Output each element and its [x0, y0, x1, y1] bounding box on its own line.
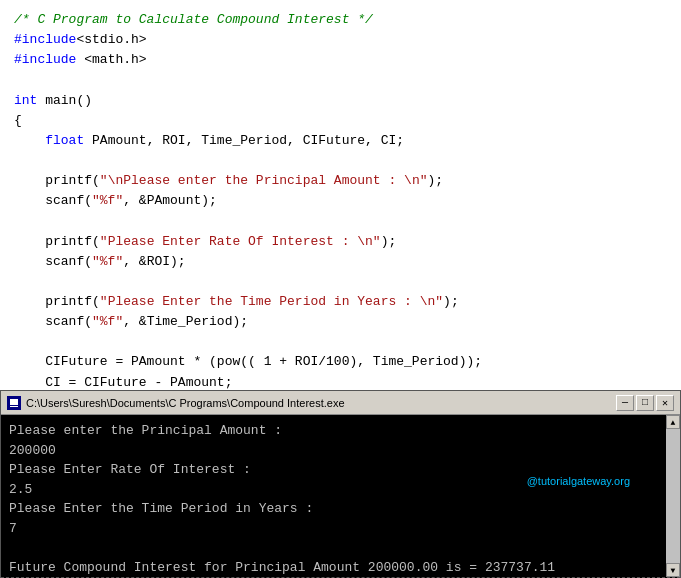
- terminal-line-6: 7: [9, 519, 672, 539]
- terminal-line-8: Future Compound Interest for Principal A…: [9, 558, 672, 578]
- code-line-19: CI = CIFuture - PAmount;: [14, 373, 667, 390]
- code-line-7: float PAmount, ROI, Time_Period, CIFutur…: [14, 131, 667, 151]
- terminal-line-7: [9, 538, 672, 558]
- minimize-button[interactable]: —: [616, 395, 634, 411]
- terminal-watermark: @tutorialgateway.org: [527, 475, 630, 487]
- svg-rect-1: [10, 399, 18, 405]
- maximize-button[interactable]: □: [636, 395, 654, 411]
- code-line-1: /* C Program to Calculate Compound Inter…: [14, 10, 667, 30]
- code-line-16: scanf("%f", &Time_Period);: [14, 312, 667, 332]
- terminal-body: Please enter the Principal Amount : 2000…: [1, 415, 680, 577]
- code-line-5: int main(): [14, 91, 667, 111]
- close-button[interactable]: ✕: [656, 395, 674, 411]
- terminal-title: C:\Users\Suresh\Documents\C Programs\Com…: [26, 397, 616, 409]
- code-line-17: [14, 332, 667, 352]
- code-line-8: [14, 151, 667, 171]
- code-line-9: printf("\nPlease enter the Principal Amo…: [14, 171, 667, 191]
- code-line-3: #include <math.h>: [14, 50, 667, 70]
- svg-rect-2: [10, 406, 18, 407]
- terminal-line-5: Please Enter the Time Period in Years :: [9, 499, 672, 519]
- code-line-11: [14, 211, 667, 231]
- terminal-output: Please enter the Principal Amount : 2000…: [9, 421, 672, 577]
- code-line-14: [14, 272, 667, 292]
- terminal-line-1: Please enter the Principal Amount :: [9, 421, 672, 441]
- code-line-18: CIFuture = PAmount * (pow(( 1 + ROI/100)…: [14, 352, 667, 372]
- terminal-window: C:\Users\Suresh\Documents\C Programs\Com…: [0, 390, 681, 578]
- code-line-10: scanf("%f", &PAmount);: [14, 191, 667, 211]
- code-line-15: printf("Please Enter the Time Period in …: [14, 292, 667, 312]
- code-editor: /* C Program to Calculate Compound Inter…: [0, 0, 681, 390]
- terminal-icon: [7, 396, 21, 410]
- terminal-titlebar: C:\Users\Suresh\Documents\C Programs\Com…: [1, 391, 680, 415]
- terminal-controls: — □ ✕: [616, 395, 674, 411]
- code-line-13: scanf("%f", &ROI);: [14, 252, 667, 272]
- scroll-down-arrow[interactable]: ▼: [666, 563, 680, 577]
- scroll-up-arrow[interactable]: ▲: [666, 415, 680, 429]
- terminal-line-2: 200000: [9, 441, 672, 461]
- code-line-12: printf("Please Enter Rate Of Interest : …: [14, 232, 667, 252]
- code-line-6: {: [14, 111, 667, 131]
- code-line-4: [14, 70, 667, 90]
- scrollbar[interactable]: ▲ ▼: [666, 415, 680, 577]
- code-line-2: #include<stdio.h>: [14, 30, 667, 50]
